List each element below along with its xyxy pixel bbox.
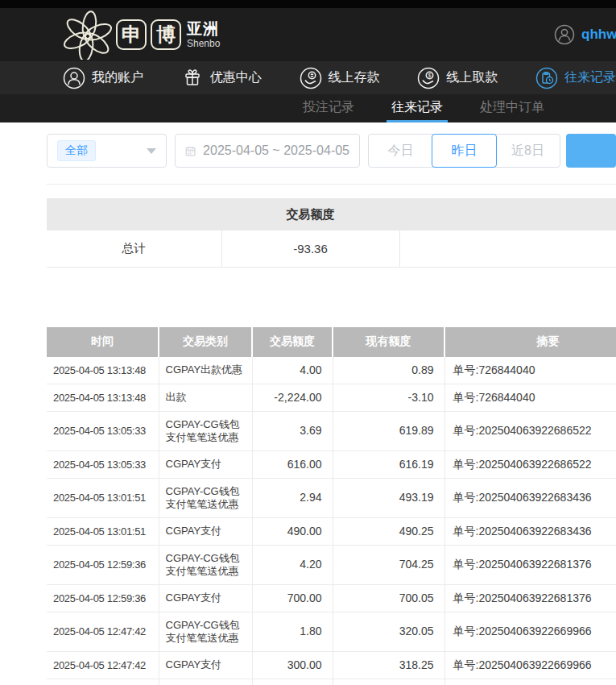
table-row: 2025-04-05 13:13:48出款-2,224.00-3.10单号:72… bbox=[47, 384, 616, 411]
cell-balance: 0.89 bbox=[333, 357, 444, 384]
table-row: 2025-04-05 12:47:42CGPAY支付300.00318.25单号… bbox=[47, 651, 616, 679]
cell-time: 2025-04-05 13:01:51 bbox=[47, 517, 159, 545]
cell-time: 2025-04-05 12:59:36 bbox=[47, 584, 159, 612]
cell-time: 2025-04-05 13:05:33 bbox=[47, 411, 159, 450]
summary-header-empty bbox=[399, 198, 616, 230]
type-select[interactable]: 全部 bbox=[47, 134, 167, 168]
user-avatar-icon bbox=[554, 24, 575, 45]
last-8-days-button[interactable]: 近8日 bbox=[496, 135, 560, 167]
yesterday-button[interactable]: 昨日 bbox=[432, 134, 497, 168]
cell-balance: -3.10 bbox=[333, 384, 444, 411]
table-row: 2025-04-05 12:59:36CGPAY支付700.00700.05单号… bbox=[47, 584, 616, 612]
cell-balance: 493.19 bbox=[333, 478, 444, 517]
nav-label: 线上取款 bbox=[446, 69, 498, 86]
summary-total-label: 总计 bbox=[47, 230, 221, 267]
cell-balance: 619.89 bbox=[333, 411, 444, 450]
sub-nav: 投注记录 往来记录 处理中订单 bbox=[0, 94, 616, 122]
user-account[interactable]: qhhw bbox=[554, 8, 616, 61]
table-row: 2025-04-05 13:05:33CGPAY-CG钱包支付笔笔送优惠3.69… bbox=[47, 411, 616, 450]
cell-summary: 单号:202504063922669966 bbox=[444, 651, 616, 679]
cell-category: CGPAY-CG钱包支付笔笔送优惠 bbox=[159, 545, 252, 584]
cell-category: CGPAY出款优惠 bbox=[159, 357, 252, 384]
nav-item-promotions[interactable]: 优惠中心 bbox=[181, 67, 262, 89]
cell-category: 活动优惠 bbox=[159, 679, 252, 685]
brand-name-en: Shenbo bbox=[187, 39, 220, 48]
cell-time: 2025-04-05 12:47:42 bbox=[47, 612, 159, 651]
cell-balance: 616.19 bbox=[333, 450, 444, 478]
table-row: 2025-04-05 13:05:33CGPAY支付616.00616.19单号… bbox=[47, 450, 616, 478]
cell-balance: 704.25 bbox=[333, 545, 444, 584]
nav-label: 线上存款 bbox=[329, 69, 380, 86]
transactions-header-row: 时间 交易类别 交易额度 现有额度 摘要 bbox=[47, 327, 616, 357]
table-row: 2025-04-05 12:47:17活动优惠8.0018.25 bbox=[47, 679, 616, 685]
cell-summary: 单号:202504063922681376 bbox=[444, 545, 616, 584]
nav-item-withdraw[interactable]: $ 线上取款 bbox=[417, 67, 498, 89]
date-range-value: 2025-04-05 ~ 2025-04-05 bbox=[203, 143, 349, 158]
cell-amount: 8.00 bbox=[252, 679, 333, 685]
svg-text:$: $ bbox=[428, 73, 432, 78]
today-button[interactable]: 今日 bbox=[369, 135, 432, 167]
tab-betting-records[interactable]: 投注记录 bbox=[298, 94, 359, 122]
summary-total-row: 总计 -93.36 bbox=[47, 230, 616, 267]
tab-pending-orders[interactable]: 处理中订单 bbox=[475, 94, 549, 122]
col-header-summary: 摘要 bbox=[444, 327, 616, 357]
cell-summary: 单号:726844040 bbox=[444, 384, 616, 411]
nav-item-records[interactable]: 往来记录 bbox=[535, 67, 616, 89]
brand-logo[interactable]: 申 博 亚洲 Shenbo bbox=[63, 10, 220, 60]
brand-region: 亚洲 bbox=[187, 21, 220, 36]
transactions-table: 时间 交易类别 交易额度 现有额度 摘要 2025-04-05 13:13:48… bbox=[47, 327, 616, 685]
cell-category: CGPAY支付 bbox=[159, 584, 252, 612]
section-divider bbox=[47, 184, 616, 185]
nav-item-account[interactable]: 我的账户 bbox=[63, 67, 143, 89]
cell-time: 2025-04-05 12:47:42 bbox=[47, 651, 159, 679]
cell-amount: 2.94 bbox=[252, 478, 333, 517]
cell-balance: 490.25 bbox=[333, 517, 444, 545]
cell-balance: 320.05 bbox=[333, 612, 444, 651]
nav-item-deposit[interactable]: 线上存款 bbox=[300, 67, 380, 89]
calendar-icon bbox=[185, 144, 196, 158]
tab-transaction-records[interactable]: 往来记录 bbox=[387, 94, 448, 122]
type-selected-tag[interactable]: 全部 bbox=[57, 140, 96, 161]
summary-header-amount: 交易额度 bbox=[221, 198, 399, 230]
cell-category: 出款 bbox=[159, 384, 252, 411]
cell-summary: 单号:202504063922683436 bbox=[444, 517, 616, 545]
cell-amount: 4.00 bbox=[252, 357, 333, 384]
col-header-time: 时间 bbox=[47, 327, 159, 357]
table-row: 2025-04-05 12:59:36CGPAY-CG钱包支付笔笔送优惠4.20… bbox=[47, 545, 616, 584]
account-icon bbox=[63, 67, 85, 89]
cell-amount: 300.00 bbox=[252, 651, 333, 679]
cell-summary: 单号:202504063922669966 bbox=[444, 612, 616, 651]
brand-char-bo: 博 bbox=[151, 19, 181, 50]
table-row: 2025-04-05 13:01:51CGPAY-CG钱包支付笔笔送优惠2.94… bbox=[47, 478, 616, 517]
cell-summary: 单号:202504063922686522 bbox=[444, 450, 616, 478]
app-header: 申 博 亚洲 Shenbo qhhw bbox=[0, 8, 616, 61]
records-icon bbox=[535, 67, 558, 89]
cell-amount: 4.20 bbox=[252, 545, 333, 584]
summary-header-row: 交易额度 bbox=[47, 198, 616, 230]
brand-char-shen: 申 bbox=[116, 19, 147, 50]
search-button[interactable] bbox=[566, 134, 616, 168]
cell-summary: 单号:202504063922683436 bbox=[444, 478, 616, 517]
cell-amount: 490.00 bbox=[252, 517, 333, 545]
cell-summary bbox=[444, 679, 616, 685]
cell-summary: 单号:202504063922681376 bbox=[444, 584, 616, 612]
cell-category: CGPAY-CG钱包支付笔笔送优惠 bbox=[159, 478, 252, 517]
cell-balance: 18.25 bbox=[333, 679, 444, 685]
cell-balance: 318.25 bbox=[333, 651, 444, 679]
summary-total-value: -93.36 bbox=[221, 230, 399, 267]
nav-label: 往来记录 bbox=[564, 69, 616, 86]
cell-category: CGPAY支付 bbox=[159, 517, 252, 545]
col-header-amount: 交易额度 bbox=[252, 327, 333, 357]
flower-logo-icon bbox=[63, 10, 113, 60]
chevron-down-icon bbox=[147, 148, 156, 154]
cell-time: 2025-04-05 12:47:17 bbox=[47, 679, 159, 685]
nav-label: 我的账户 bbox=[92, 69, 143, 86]
date-range-input[interactable]: 2025-04-05 ~ 2025-04-05 bbox=[175, 134, 360, 168]
cell-summary: 单号:726844040 bbox=[444, 357, 616, 384]
cell-amount: 700.00 bbox=[252, 584, 333, 612]
cell-time: 2025-04-05 13:05:33 bbox=[47, 450, 159, 478]
summary-table: 交易额度 总计 -93.36 bbox=[47, 198, 616, 268]
cell-amount: -2,224.00 bbox=[252, 384, 333, 411]
cell-time: 2025-04-05 12:59:36 bbox=[47, 545, 159, 584]
cell-amount: 616.00 bbox=[252, 450, 333, 478]
